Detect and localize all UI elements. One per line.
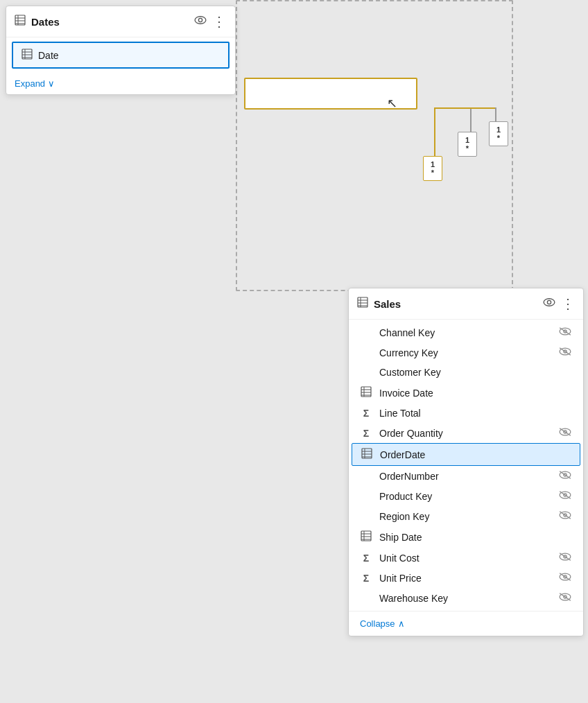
field-name: Order Quantity bbox=[379, 428, 551, 439]
sales-field-item[interactable]: OrderDate bbox=[352, 443, 580, 466]
collapse-label: Collapse bbox=[360, 618, 395, 629]
sales-field-item[interactable]: OrderNumber bbox=[349, 466, 583, 486]
table-field-icon bbox=[360, 530, 372, 544]
dates-date-label: Date bbox=[38, 50, 59, 61]
expand-label: Expand bbox=[15, 78, 45, 89]
sigma-icon: Σ bbox=[360, 428, 372, 439]
sales-field-item[interactable]: Customer Key bbox=[349, 363, 583, 382]
field-name: Region Key bbox=[379, 511, 551, 522]
dates-panel-title: Dates bbox=[31, 16, 189, 28]
sales-visibility-icon[interactable] bbox=[543, 297, 555, 310]
expand-chevron-icon: ∨ bbox=[48, 78, 55, 89]
hidden-icon[interactable] bbox=[558, 470, 572, 482]
svg-point-5 bbox=[195, 17, 206, 24]
sales-field-item[interactable]: ΣLine Total bbox=[349, 403, 583, 423]
canvas: ↖ 1 * 1 * 1 * Dates bbox=[0, 0, 588, 703]
sales-field-item[interactable]: Channel Key bbox=[349, 322, 583, 342]
cardinality-badge-1: 1 * bbox=[423, 156, 442, 181]
collapsed-table-box[interactable] bbox=[244, 78, 417, 110]
dates-panel-header: Dates ⋮ bbox=[6, 6, 235, 37]
collapse-chevron-icon: ∧ bbox=[398, 618, 405, 629]
sales-collapse-button[interactable]: Collapse ∧ bbox=[349, 611, 583, 636]
sales-field-item[interactable]: ΣOrder Quantity bbox=[349, 423, 583, 443]
sigma-icon: Σ bbox=[360, 573, 372, 584]
cardinality-badge-2: 1 * bbox=[458, 132, 477, 157]
svg-point-6 bbox=[198, 18, 202, 21]
sales-field-item[interactable]: ΣUnit Cost bbox=[349, 548, 583, 568]
sales-field-item[interactable]: Invoice Date bbox=[349, 382, 583, 403]
hidden-icon[interactable] bbox=[558, 490, 572, 502]
field-name: Line Total bbox=[379, 408, 572, 419]
sales-panel-header: Sales ⋮ bbox=[349, 288, 583, 320]
field-name: OrderNumber bbox=[379, 471, 551, 482]
sigma-icon: Σ bbox=[360, 553, 372, 564]
sales-panel: Sales ⋮ Channel Key Currency Key Cu bbox=[348, 288, 584, 636]
hidden-icon[interactable] bbox=[558, 552, 572, 564]
sales-table-icon bbox=[357, 297, 368, 311]
table-field-icon bbox=[360, 386, 372, 399]
field-name: Channel Key bbox=[379, 327, 551, 338]
hidden-icon[interactable] bbox=[558, 427, 572, 439]
sales-more-icon[interactable]: ⋮ bbox=[561, 295, 575, 312]
hidden-icon[interactable] bbox=[558, 592, 572, 604]
field-name: Warehouse Key bbox=[379, 593, 551, 604]
hidden-icon[interactable] bbox=[558, 347, 572, 358]
dates-expand-button[interactable]: Expand ∨ bbox=[6, 73, 235, 94]
sales-panel-title: Sales bbox=[374, 298, 537, 310]
field-name: Product Key bbox=[379, 491, 551, 502]
sales-field-item[interactable]: Ship Date bbox=[349, 526, 583, 548]
field-name: Currency Key bbox=[379, 347, 551, 358]
sales-field-item[interactable]: Region Key bbox=[349, 506, 583, 526]
hidden-icon[interactable] bbox=[558, 572, 572, 584]
field-name: Invoice Date bbox=[379, 388, 572, 399]
connector-line-horizontal-2 bbox=[434, 107, 496, 109]
date-row-table-icon bbox=[21, 49, 33, 62]
field-name: Ship Date bbox=[379, 532, 572, 543]
sales-field-item[interactable]: ΣUnit Price bbox=[349, 568, 583, 588]
field-name: OrderDate bbox=[380, 449, 571, 460]
sales-field-list: Channel Key Currency Key Customer Key In… bbox=[349, 320, 583, 611]
field-name: Unit Cost bbox=[379, 553, 551, 564]
sales-field-item[interactable]: Warehouse Key bbox=[349, 588, 583, 608]
hidden-icon[interactable] bbox=[558, 327, 572, 338]
field-name: Customer Key bbox=[379, 367, 572, 378]
dates-visibility-icon[interactable] bbox=[194, 15, 207, 28]
dates-table-icon bbox=[15, 15, 26, 28]
dates-more-icon[interactable]: ⋮ bbox=[212, 13, 227, 30]
sigma-icon: Σ bbox=[360, 408, 372, 419]
connector-line-vertical-1 bbox=[434, 107, 435, 163]
field-name: Unit Price bbox=[379, 573, 551, 584]
sales-field-item[interactable]: Currency Key bbox=[349, 342, 583, 363]
table-field-icon bbox=[361, 448, 373, 461]
cardinality-badge-3: 1 * bbox=[489, 121, 508, 146]
svg-point-17 bbox=[544, 299, 555, 306]
dates-panel: Dates ⋮ Date Expand bbox=[6, 6, 236, 95]
sales-field-item[interactable]: Product Key bbox=[349, 486, 583, 506]
dates-date-row[interactable]: Date bbox=[12, 42, 230, 69]
svg-point-18 bbox=[547, 300, 551, 304]
hidden-icon[interactable] bbox=[558, 510, 572, 522]
